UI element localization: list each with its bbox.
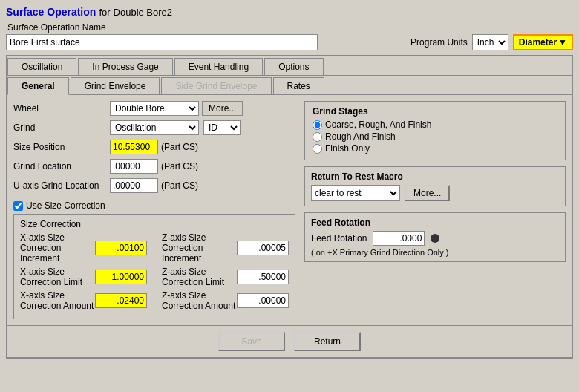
sc-right: Z-axis Size Correction Increment Z-axis … — [162, 232, 289, 314]
x-amount-label: X-axis Size Correction Amount — [20, 290, 95, 311]
x-limit-row: X-axis Size Correction Limit — [20, 267, 147, 287]
x-increment-label: X-axis Size Correction Increment — [20, 232, 95, 264]
radio-rough-label: Rough And Finish — [325, 131, 396, 142]
return-row: clear to rest More... — [311, 185, 559, 201]
name-row: Program Units Inch mm Diameter ▼ — [6, 34, 573, 50]
title-bar: Surface Operation for Double Bore2 — [6, 6, 573, 18]
radio-rough-row: Rough And Finish — [313, 131, 557, 142]
slider-indicator — [431, 234, 439, 243]
feed-rotation-title: Feed Rotation — [311, 218, 559, 228]
tab-rates[interactable]: Rates — [273, 77, 324, 94]
return-macro-more-button[interactable]: More... — [405, 185, 450, 201]
feed-rotation-label: Feed Rotation — [311, 233, 367, 244]
return-macro-title: Return To Rest Macro — [311, 172, 559, 182]
u-axis-input[interactable] — [110, 178, 158, 193]
x-amount-input[interactable] — [95, 293, 147, 308]
radio-coarse-label: Coarse, Rough, And Finish — [325, 120, 431, 130]
feed-rotation-input[interactable] — [373, 231, 425, 246]
u-axis-suffix: (Part CS) — [161, 180, 198, 191]
units-select[interactable]: Inch mm — [472, 34, 508, 50]
z-amount-label: Z-axis Size Correction Amount — [162, 290, 237, 311]
grind-id-dropdown[interactable]: ID OD — [203, 120, 241, 135]
wheel-dropdown[interactable]: Double Bore — [110, 101, 199, 116]
grind-location-suffix: (Part CS) — [161, 161, 198, 172]
grind-stages-title: Grind Stages — [313, 106, 557, 117]
size-position-input[interactable] — [110, 140, 158, 154]
radio-rough[interactable] — [313, 132, 322, 142]
tab-grind-envelope[interactable]: Grind Envelope — [71, 77, 160, 94]
z-limit-input[interactable] — [237, 270, 289, 284]
z-limit-row: Z-axis Size Correction Limit — [162, 267, 289, 287]
tab-general[interactable]: General — [7, 77, 69, 95]
use-size-correction-row: Use Size Correction — [13, 200, 295, 211]
main-window: Surface Operation for Double Bore2 Surfa… — [0, 0, 579, 392]
save-button[interactable]: Save — [218, 332, 285, 351]
size-correction-content: X-axis Size Correction Increment X-axis … — [20, 232, 289, 314]
z-increment-label: Z-axis Size Correction Increment — [162, 232, 237, 264]
title-for: for — [99, 7, 110, 18]
bottom-bar: Save Return — [7, 325, 572, 357]
title-surface: Surface Operation — [6, 6, 96, 18]
x-increment-input[interactable] — [95, 241, 147, 255]
grind-location-label: Grind Location — [13, 161, 110, 172]
wheel-row: Wheel Double Bore More... — [13, 101, 295, 116]
name-section: Surface Operation Name Program Units Inc… — [6, 22, 573, 50]
z-amount-row: Z-axis Size Correction Amount — [162, 290, 289, 311]
wheel-more-button[interactable]: More... — [202, 101, 243, 116]
radio-finish-row: Finish Only — [313, 143, 557, 154]
size-correction-title: Size Correction — [20, 219, 289, 229]
x-limit-input[interactable] — [95, 270, 147, 284]
grind-row: Grind Oscillation ID OD — [13, 120, 295, 135]
sub-tabs: General Grind Envelope Side Grind Envelo… — [7, 76, 572, 95]
left-panel: Wheel Double Bore More... Grind Oscillat… — [13, 101, 295, 319]
units-label: Program Units — [410, 37, 468, 48]
z-amount-input[interactable] — [237, 293, 289, 308]
diameter-arrow: ▼ — [558, 37, 567, 48]
grind-location-row: Grind Location (Part CS) — [13, 159, 295, 174]
grind-location-input[interactable] — [110, 159, 158, 174]
wheel-label: Wheel — [13, 103, 110, 114]
return-macro-select[interactable]: clear to rest — [311, 185, 400, 201]
tab-in-process-gage[interactable]: In Process Gage — [78, 58, 172, 75]
z-limit-label: Z-axis Size Correction Limit — [162, 267, 237, 287]
diameter-label: Diameter — [519, 37, 557, 48]
grind-dropdown[interactable]: Oscillation — [110, 120, 199, 135]
size-position-row: Size Position (Part CS) — [13, 140, 295, 154]
x-amount-row: X-axis Size Correction Amount — [20, 290, 147, 311]
u-axis-row: U-axis Grind Location (Part CS) — [13, 178, 295, 193]
feed-rotation-box: Feed Rotation Feed Rotation ( on +X Prim… — [304, 212, 566, 262]
feed-note: ( on +X Primary Grind Direction Only ) — [311, 248, 559, 257]
tab-side-grind-envelope: Side Grind Envelope — [161, 77, 271, 94]
radio-coarse-row: Coarse, Rough, And Finish — [313, 120, 557, 130]
top-tabs: Oscillation In Process Gage Event Handli… — [7, 56, 572, 76]
tab-event-handling[interactable]: Event Handling — [174, 58, 263, 75]
u-axis-label: U-axis Grind Location — [13, 180, 110, 191]
radio-finish[interactable] — [313, 144, 322, 154]
grind-label: Grind — [13, 122, 110, 133]
feed-row: Feed Rotation — [311, 231, 559, 246]
use-size-correction-label: Use Size Correction — [26, 200, 105, 211]
main-panel: Oscillation In Process Gage Event Handli… — [6, 55, 573, 359]
size-correction-box: Size Correction X-axis Size Correction I… — [13, 214, 295, 319]
name-input[interactable] — [6, 34, 318, 50]
units-row: Program Units Inch mm Diameter ▼ — [410, 34, 573, 50]
grind-stages-box: Grind Stages Coarse, Rough, And Finish R… — [304, 101, 566, 160]
right-panel: Grind Stages Coarse, Rough, And Finish R… — [304, 101, 566, 319]
radio-finish-label: Finish Only — [325, 143, 370, 154]
z-increment-input[interactable] — [237, 241, 289, 255]
tab-options[interactable]: Options — [264, 58, 323, 75]
size-position-suffix: (Part CS) — [161, 142, 198, 152]
radio-coarse[interactable] — [313, 120, 322, 130]
return-macro-box: Return To Rest Macro clear to rest More.… — [304, 166, 566, 206]
sc-left: X-axis Size Correction Increment X-axis … — [20, 232, 147, 314]
x-limit-label: X-axis Size Correction Limit — [20, 267, 95, 287]
name-label: Surface Operation Name — [7, 22, 573, 33]
tab-oscillation[interactable]: Oscillation — [7, 58, 76, 75]
size-position-label: Size Position — [13, 142, 110, 152]
use-size-correction-checkbox[interactable] — [13, 201, 23, 211]
return-button[interactable]: Return — [294, 332, 361, 351]
content-area: Wheel Double Bore More... Grind Oscillat… — [7, 95, 572, 325]
title-name: Double Bore2 — [114, 7, 173, 18]
z-increment-row: Z-axis Size Correction Increment — [162, 232, 289, 264]
diameter-button[interactable]: Diameter ▼ — [513, 34, 573, 50]
